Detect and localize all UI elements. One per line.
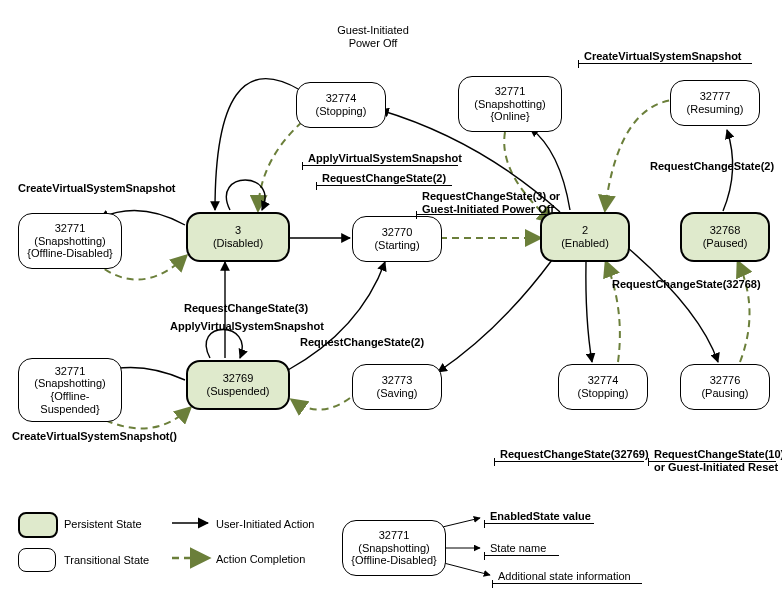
label-req-change-2a: RequestChangeState(2) <box>322 172 446 185</box>
label-apply-snapshot-bottom: ApplyVirtualSystemSnapshot <box>170 320 324 333</box>
state-code: 32774 <box>326 92 357 105</box>
state-resuming: 32777 (Resuming) <box>670 80 760 126</box>
label-req-change-32769: RequestChangeState(32769) <box>500 448 649 461</box>
state-code: 3 <box>235 224 241 237</box>
state-code: 32774 <box>588 374 619 387</box>
state-name: (Starting) <box>374 239 419 252</box>
state-name: (Snapshotting) <box>474 98 546 111</box>
state-code: 32768 <box>710 224 741 237</box>
state-paused: 32768 (Paused) <box>680 212 770 262</box>
underline-cvs-online <box>578 63 752 64</box>
state-name: (Pausing) <box>701 387 748 400</box>
legend-persistent: Persistent State <box>64 518 142 531</box>
underline-rcs10 <box>648 461 776 462</box>
label-create-snapshot-bottom-left: CreateVirtualSystemSnapshot() <box>12 430 177 443</box>
state-suspended: 32769 (Suspended) <box>186 360 290 410</box>
state-name: (Stopping) <box>316 105 367 118</box>
state-name: (Paused) <box>703 237 748 250</box>
state-name: (Enabled) <box>561 237 609 250</box>
label-apply-snapshot-top: ApplyVirtualSystemSnapshot <box>308 152 462 165</box>
label-req-change-3a: RequestChangeState(3) <box>184 302 308 315</box>
label-req-change-2c: RequestChangeState(2) <box>650 160 774 173</box>
state-code: 2 <box>582 224 588 237</box>
state-code: 32773 <box>382 374 413 387</box>
state-code: 32771 <box>55 222 86 235</box>
underline-legend-ev <box>484 523 594 524</box>
state-code: 32777 <box>700 90 731 103</box>
state-code: 32776 <box>710 374 741 387</box>
underline-avs-top <box>302 165 458 166</box>
state-snapshotting-online: 32771 (Snapshotting) {Online} <box>458 76 562 132</box>
state-starting: 32770 (Starting) <box>352 216 442 262</box>
state-saving: 32773 (Saving) <box>352 364 442 410</box>
state-snapshotting-offline-disabled: 32771 (Snapshotting) {Offline-Disabled} <box>18 213 122 269</box>
state-name: (Stopping) <box>578 387 629 400</box>
state-stopping-bottom: 32774 (Stopping) <box>558 364 648 410</box>
label-req-change-3-or-off: RequestChangeState(3) or Guest-Initiated… <box>422 190 592 215</box>
underline-rcs32769 <box>494 461 644 462</box>
state-name: (Snapshotting) <box>34 377 106 390</box>
state-name: (Saving) <box>377 387 418 400</box>
state-name: (Snapshotting) <box>34 235 106 248</box>
state-code: 32770 <box>382 226 413 239</box>
legend-completion: Action Completion <box>216 553 305 566</box>
legend-additional: Additional state information <box>498 570 631 583</box>
state-extra: {Offline-Disabled} <box>27 247 112 260</box>
state-code: 32769 <box>223 372 254 385</box>
legend-swatch-persistent <box>18 512 58 538</box>
underline-rcs2a <box>316 185 452 186</box>
legend-enabled-value: EnabledState value <box>490 510 591 523</box>
legend-ex-name: (Snapshotting) <box>358 542 430 555</box>
label-req-change-2b: RequestChangeState(2) <box>300 336 424 349</box>
state-snapshotting-offline-suspended: 32771 (Snapshotting) {Offline-Suspended} <box>18 358 122 422</box>
legend-example-node: 32771 (Snapshotting) {Offline-Disabled} <box>342 520 446 576</box>
legend-user-action: User-Initiated Action <box>216 518 314 531</box>
state-name: (Suspended) <box>207 385 270 398</box>
state-diagram: { "states": { "stopping_top": { "code": … <box>0 0 782 593</box>
legend-state-name: State name <box>490 542 546 555</box>
state-code: 32771 <box>495 85 526 98</box>
underline-legend-add <box>492 583 642 584</box>
state-enabled: 2 (Enabled) <box>540 212 630 262</box>
label-create-snapshot-online: CreateVirtualSystemSnapshot <box>584 50 742 63</box>
state-disabled: 3 (Disabled) <box>186 212 290 262</box>
state-stopping-top: 32774 (Stopping) <box>296 82 386 128</box>
legend-transitional: Transitional State <box>64 554 149 567</box>
label-guest-power-off: Guest-Initiated Power Off <box>328 24 418 49</box>
state-extra: {Online} <box>490 110 529 123</box>
label-req-change-32768: RequestChangeState(32768) <box>612 278 761 291</box>
state-code: 32771 <box>55 365 86 378</box>
underline-legend-sn <box>484 555 559 556</box>
label-create-snapshot-left: CreateVirtualSystemSnapshot <box>18 182 176 195</box>
legend-swatch-transitional <box>18 548 56 572</box>
state-name: (Resuming) <box>687 103 744 116</box>
state-pausing: 32776 (Pausing) <box>680 364 770 410</box>
state-name: (Disabled) <box>213 237 263 250</box>
legend-ex-extra: {Offline-Disabled} <box>351 554 436 567</box>
state-extra: {Offline-Suspended} <box>25 390 115 415</box>
legend-ex-code: 32771 <box>379 529 410 542</box>
underline-rcs3off <box>416 214 546 215</box>
arrows-layer <box>0 0 782 593</box>
